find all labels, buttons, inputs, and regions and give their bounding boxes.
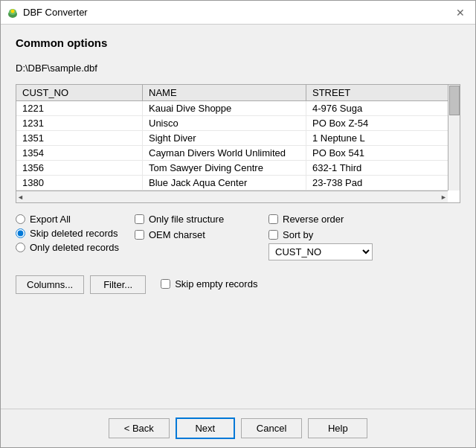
cell-cust-no: 1351 [16, 131, 143, 145]
file-path: D:\DBF\sample.dbf [16, 63, 460, 74]
reverse-order-option[interactable]: Reverse order [268, 214, 387, 225]
table-row[interactable]: 1231 Unisco PO Box Z-54 [16, 116, 460, 131]
scroll-right-arrow[interactable]: ► [440, 193, 447, 201]
export-all-label: Export All [30, 214, 71, 225]
window-title: DBF Converter [23, 7, 88, 18]
skip-deleted-label: Skip deleted records [30, 228, 118, 239]
table-wrapper: CUST_NO NAME STREET 1221 Kauai Dive Shop… [16, 85, 460, 202]
close-button[interactable]: ✕ [451, 5, 469, 20]
scroll-left-arrow[interactable]: ◄ [17, 193, 24, 201]
cell-street: PO Box 541 [306, 146, 460, 160]
vertical-scrollbar[interactable] [448, 85, 460, 191]
table-body[interactable]: 1221 Kauai Dive Shoppe 4-976 Suga 1231 U… [16, 101, 460, 202]
cell-name: Blue Jack Aqua Center [143, 176, 306, 190]
cell-street: 1 Neptune L [306, 131, 460, 145]
cell-street: 632-1 Third [306, 161, 460, 175]
cell-cust-no: 1354 [16, 146, 143, 160]
scrollbar-thumb[interactable] [449, 86, 460, 115]
col-header-name: NAME [143, 85, 306, 100]
table-row[interactable]: 1356 Tom Sawyer Diving Centre 632-1 Thir… [16, 161, 460, 176]
footer: < Back Next Cancel Help [1, 409, 475, 447]
only-deleted-option[interactable]: Only deleted records [16, 242, 120, 253]
skip-empty-checkbox[interactable] [161, 279, 170, 289]
cell-cust-no: 1221 [16, 101, 143, 115]
cell-name: Cayman Divers World Unlimited [143, 146, 306, 160]
export-all-radio[interactable] [16, 214, 25, 224]
only-file-structure-option[interactable]: Only file structure [135, 214, 254, 225]
action-buttons: Columns... Filter... [16, 275, 146, 294]
export-all-option[interactable]: Export All [16, 214, 120, 225]
table-row[interactable]: 1380 Blue Jack Aqua Center 23-738 Pad [16, 176, 460, 191]
oem-charset-checkbox[interactable] [135, 230, 144, 240]
content-area: Common options D:\DBF\sample.dbf CUST_NO… [1, 25, 475, 409]
skip-empty-label: Skip empty records [175, 278, 257, 289]
sort-field-select[interactable]: CUST_NONAMESTREET [268, 243, 373, 260]
cell-cust-no: 1380 [16, 176, 143, 190]
right-options: Reverse order Sort by CUST_NONAMESTREET [268, 214, 387, 260]
oem-charset-label: OEM charset [149, 229, 205, 240]
skip-deleted-radio[interactable] [16, 228, 25, 238]
horizontal-scrollbar[interactable]: ◄ ► [16, 191, 448, 202]
app-icon [7, 7, 19, 19]
col-header-cust-no: CUST_NO [16, 85, 143, 100]
cell-name: Unisco [143, 116, 306, 130]
options-row: Export All Skip deleted records Only del… [16, 214, 460, 260]
table-header: CUST_NO NAME STREET [16, 85, 460, 101]
reverse-order-checkbox[interactable] [268, 214, 278, 224]
table-row[interactable]: 1354 Cayman Divers World Unlimited PO Bo… [16, 146, 460, 161]
table-row[interactable]: 1221 Kauai Dive Shoppe 4-976 Suga [16, 101, 460, 116]
svg-point-2 [11, 9, 15, 13]
table-row[interactable]: 1351 Sight Diver 1 Neptune L [16, 131, 460, 146]
cell-street: 23-738 Pad [306, 176, 460, 190]
columns-button[interactable]: Columns... [16, 275, 84, 294]
cell-street: PO Box Z-54 [306, 116, 460, 130]
sort-by-option[interactable]: Sort by [268, 229, 387, 240]
skip-empty-option[interactable]: Skip empty records [161, 278, 257, 289]
cell-name: Tom Sawyer Diving Centre [143, 161, 306, 175]
reverse-order-label: Reverse order [283, 214, 344, 225]
sort-by-checkbox[interactable] [268, 230, 278, 240]
cell-name: Kauai Dive Shoppe [143, 101, 306, 115]
section-title: Common options [16, 36, 460, 49]
filter-button[interactable]: Filter... [90, 275, 146, 294]
oem-charset-option[interactable]: OEM charset [135, 229, 254, 240]
cell-name: Sight Diver [143, 131, 306, 145]
next-button[interactable]: Next [176, 417, 235, 439]
sort-by-section: Sort by CUST_NONAMESTREET [268, 229, 387, 260]
bottom-row: Columns... Filter... Skip empty records [16, 271, 460, 294]
title-bar: DBF Converter ✕ [1, 1, 475, 25]
main-window: DBF Converter ✕ Common options D:\DBF\sa… [0, 0, 476, 448]
cell-cust-no: 1356 [16, 161, 143, 175]
cell-street: 4-976 Suga [306, 101, 460, 115]
cell-cust-no: 1231 [16, 116, 143, 130]
only-deleted-radio[interactable] [16, 243, 25, 252]
only-file-structure-checkbox[interactable] [135, 214, 144, 224]
skip-deleted-option[interactable]: Skip deleted records [16, 228, 120, 239]
back-button[interactable]: < Back [109, 418, 170, 438]
export-radio-group: Export All Skip deleted records Only del… [16, 214, 120, 253]
help-button[interactable]: Help [308, 418, 367, 438]
only-deleted-label: Only deleted records [30, 242, 119, 253]
sort-by-label: Sort by [283, 229, 313, 240]
only-file-structure-label: Only file structure [149, 214, 224, 225]
col-header-street: STREET [306, 85, 460, 100]
middle-checkboxes: Only file structure OEM charset [135, 214, 254, 240]
cancel-button[interactable]: Cancel [241, 418, 302, 438]
data-table-container: CUST_NO NAME STREET 1221 Kauai Dive Shop… [16, 84, 460, 203]
